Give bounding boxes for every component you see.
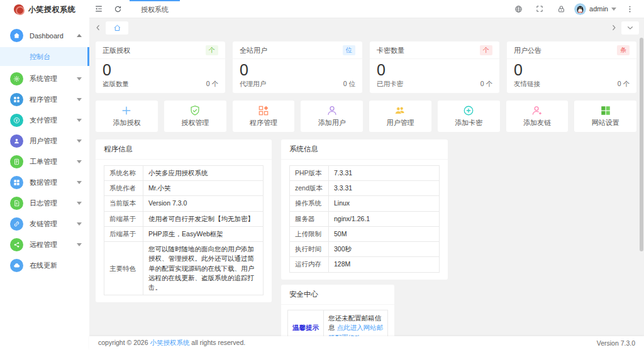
tab-strip-controls — [610, 21, 639, 35]
home-icon — [113, 24, 121, 32]
tab-options-dropdown[interactable] — [621, 21, 639, 35]
table-row: 后端基于PHP原生，EasyWeb框架 — [104, 226, 264, 241]
unit-badge: 个 — [206, 45, 218, 55]
license-manage-button[interactable]: 授权管理 — [164, 101, 226, 132]
sidebar-item-label: 系统管理 — [30, 74, 77, 84]
shortcut-label: 网站设置 — [592, 118, 619, 128]
shield-check-icon — [189, 105, 201, 116]
window-panes-icon — [600, 105, 611, 116]
add-friend-link-button[interactable]: 添加友链 — [506, 101, 569, 132]
site-settings-button[interactable]: 网站设置 — [574, 101, 636, 132]
fullscreen-icon[interactable] — [530, 0, 549, 18]
sidebar-item-links[interactable]: 友链管理 — [0, 214, 89, 234]
sidebar-item-label: 工单管理 — [30, 157, 77, 167]
stat-sub-value: 0 位 — [343, 80, 355, 89]
document-icon — [10, 155, 23, 168]
stat-value: 0 — [96, 59, 225, 79]
stat-card-licenses: 正版授权个 0 盗版数量0 个 — [96, 41, 225, 93]
sidebar-item-data[interactable]: 数据管理 — [0, 172, 89, 193]
sidebar-item-logs[interactable]: 日志管理 — [0, 193, 89, 214]
email-config-link[interactable]: 点此进入网站邮箱配置修改 — [328, 324, 383, 336]
table-row: zend版本3.3.31 — [290, 181, 440, 196]
sidebar-item-dashboard[interactable]: Dashboard — [0, 25, 89, 46]
stat-sub-value: 0 个 — [618, 80, 630, 89]
stat-sub-label: 已用卡密 — [377, 80, 403, 89]
sidebar-item-label: 程序管理 — [30, 95, 77, 104]
lock-icon[interactable] — [552, 0, 570, 18]
table-row: 执行时间300秒 — [290, 242, 440, 257]
logo[interactable]: 小笑授权系统 — [0, 0, 89, 19]
top-header: 授权系统 admin — [89, 0, 644, 18]
apps-icon — [258, 105, 269, 116]
circle-plus-icon — [463, 105, 474, 116]
table-row: 主要特色您可以随时随地的面向您的用户添加授权、管理授权。此外还可以通过简单的配置… — [104, 242, 264, 295]
sidebar-item-console[interactable]: 控制台 — [0, 47, 89, 66]
sidebar-item-remote[interactable]: 远程管理 — [0, 234, 89, 255]
sidebar-item-users[interactable]: 用户管理 — [0, 131, 89, 151]
collapse-menu-icon[interactable] — [89, 0, 108, 18]
shortcut-label: 授权管理 — [181, 118, 209, 128]
tab-authorization-system[interactable]: 授权系统 — [130, 0, 180, 18]
sidebar-item-update[interactable]: 在线更新 — [0, 255, 89, 276]
table-row: 运行内存128M — [290, 257, 440, 272]
chevron-down-icon — [77, 77, 82, 80]
stat-card-announcements: 用户公告条 0 友情链接0 个 — [507, 41, 636, 93]
unit-badge: 条 — [617, 45, 630, 55]
sidebar-item-program[interactable]: 程序管理 — [0, 89, 89, 110]
grid-icon — [10, 176, 23, 189]
chevron-down-icon — [77, 222, 82, 226]
chevron-down-icon — [77, 98, 82, 101]
stat-sub-label: 友情链接 — [514, 80, 540, 89]
scrollbar-thumb[interactable] — [640, 38, 643, 251]
unit-badge: 个 — [480, 45, 492, 55]
user-icon — [10, 134, 23, 148]
program-manage-button[interactable]: 程序管理 — [233, 101, 295, 132]
chevron-down-icon — [77, 160, 82, 163]
refresh-icon[interactable] — [108, 0, 127, 18]
security-label: 温馨提示 — [288, 310, 324, 336]
table-row: 服务器nginx/1.26.1 — [290, 211, 440, 226]
stat-title: 正版授权 — [103, 46, 130, 55]
add-license-button[interactable]: 添加授权 — [96, 101, 158, 132]
chevron-left-icon[interactable] — [94, 24, 102, 31]
card-title: 程序信息 — [96, 139, 272, 160]
app-title: 小笑授权系统 — [28, 4, 75, 15]
unit-badge: 位 — [343, 45, 355, 55]
home-tab[interactable] — [106, 21, 128, 35]
chevron-down-icon — [77, 202, 82, 205]
shortcut-label: 添加授权 — [113, 118, 140, 128]
add-user-button[interactable]: 添加用户 — [301, 101, 363, 132]
copyright: copyright © 2026 小笑授权系统 all rights reser… — [98, 339, 245, 347]
globe-icon[interactable] — [509, 0, 528, 18]
add-card-key-button[interactable]: 添加卡密 — [438, 101, 500, 132]
stat-value: 0 — [507, 59, 636, 79]
header-actions: admin — [509, 0, 644, 18]
sidebar-item-label: 在线更新 — [30, 261, 82, 270]
user-menu[interactable]: admin — [573, 3, 618, 15]
table-row: 上传限制50M — [290, 226, 440, 241]
sidebar-item-label: Dashboard — [30, 32, 77, 40]
security-center-card: 安全中心 温馨提示 您还未配置邮箱信息 点此进入网站邮箱配置修改 绝对重要 请及… — [281, 285, 394, 336]
scrollbar-track — [640, 20, 643, 335]
user-plus-icon — [531, 105, 543, 116]
file-icon — [10, 197, 23, 210]
app-window: 小笑授权系统 Dashboard 控制台 系统管理 程序管理 — [0, 0, 644, 350]
user-manage-button[interactable]: 用户管理 — [369, 101, 431, 132]
plus-icon — [121, 105, 132, 116]
sidebar-item-payment[interactable]: 支付管理 — [0, 110, 89, 131]
shortcut-label: 添加卡密 — [455, 118, 482, 128]
home-icon — [10, 29, 23, 42]
chevron-right-icon[interactable] — [610, 24, 618, 31]
security-message: 您还未配置邮箱信息 点此进入网站邮箱配置修改 — [324, 310, 388, 336]
stat-card-site-users: 全站用户位 0 代理用户0 位 — [233, 41, 362, 93]
kebab-menu-icon[interactable] — [620, 0, 639, 18]
shortcut-label: 添加用户 — [318, 118, 346, 128]
sidebar-item-label: 用户管理 — [30, 136, 77, 146]
program-info-table: 系统名称小笑多应用授权系统 系统作者Mr.小笑 当前版本Version 7.3.… — [104, 165, 264, 295]
sidebar-item-system[interactable]: 系统管理 — [0, 68, 89, 89]
site-link[interactable]: 小笑授权系统 — [150, 339, 189, 346]
cloud-icon — [10, 259, 23, 272]
link-icon — [10, 217, 23, 231]
sidebar-item-tickets[interactable]: 工单管理 — [0, 151, 89, 172]
users-icon — [394, 105, 406, 116]
